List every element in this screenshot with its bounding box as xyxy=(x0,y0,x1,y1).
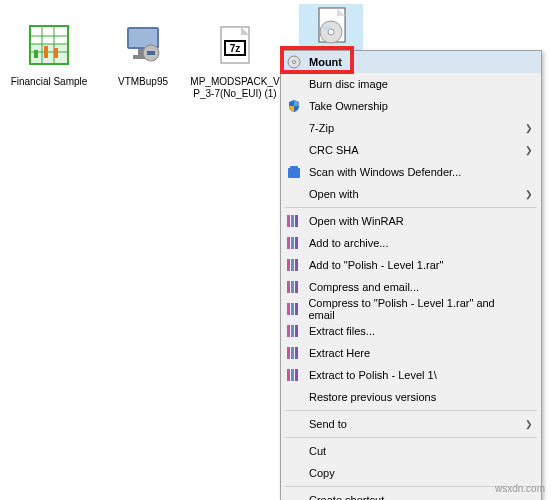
exe-icon xyxy=(116,18,170,72)
menu-label: Extract files... xyxy=(309,325,375,337)
menu-label: Compress to "Polish - Level 1.rar" and e… xyxy=(308,297,517,321)
winrar-icon xyxy=(285,256,303,274)
desktop-area[interactable]: Financial Sample VTMBup95 7z MP_MODSPACK… xyxy=(0,0,551,500)
menu-label: CRC SHA xyxy=(309,144,359,156)
file-item-exe[interactable]: VTMBup95 xyxy=(98,18,188,88)
blank-icon xyxy=(285,388,303,406)
submenu-arrow-icon: ❯ xyxy=(525,189,533,199)
menu-take-ownership[interactable]: Take Ownership xyxy=(281,95,541,117)
watermark: wsxdn.com xyxy=(495,483,545,494)
winrar-icon xyxy=(285,322,303,340)
file-label: MP_MODSPACK_VP_3-7(No_EUI) (1) xyxy=(190,76,280,100)
menu-label: Open with WinRAR xyxy=(309,215,404,227)
menu-open-with[interactable]: Open with ❯ xyxy=(281,183,541,205)
menu-cut[interactable]: Cut xyxy=(281,440,541,462)
blank-icon xyxy=(285,491,303,500)
menu-label: Copy xyxy=(309,467,335,479)
menu-7zip[interactable]: 7-Zip ❯ xyxy=(281,117,541,139)
menu-label: Burn disc image xyxy=(309,78,388,90)
menu-add-polish[interactable]: Add to "Polish - Level 1.rar" xyxy=(281,254,541,276)
winrar-icon xyxy=(285,366,303,384)
menu-scan-defender[interactable]: Scan with Windows Defender... xyxy=(281,161,541,183)
menu-compress-email[interactable]: Compress and email... xyxy=(281,276,541,298)
menu-label: Add to "Polish - Level 1.rar" xyxy=(309,259,443,271)
menu-send-to[interactable]: Send to ❯ xyxy=(281,413,541,435)
menu-restore-versions[interactable]: Restore previous versions xyxy=(281,386,541,408)
menu-label: Extract Here xyxy=(309,347,370,359)
menu-label: Add to archive... xyxy=(309,237,389,249)
winrar-icon xyxy=(285,344,303,362)
7z-icon: 7z xyxy=(208,18,262,72)
svg-point-22 xyxy=(323,26,331,30)
menu-add-archive[interactable]: Add to archive... xyxy=(281,232,541,254)
menu-label: Take Ownership xyxy=(309,100,388,112)
context-menu: Mount Burn disc image Take Ownership 7-Z… xyxy=(280,50,542,500)
svg-point-21 xyxy=(328,29,334,35)
svg-rect-9 xyxy=(54,48,58,58)
highlight-annotation xyxy=(280,46,354,74)
menu-label: Extract to Polish - Level 1\ xyxy=(309,369,437,381)
blank-icon xyxy=(285,185,303,203)
menu-crc-sha[interactable]: CRC SHA ❯ xyxy=(281,139,541,161)
menu-label: 7-Zip xyxy=(309,122,334,134)
svg-rect-11 xyxy=(129,29,157,47)
menu-label: Open with xyxy=(309,188,359,200)
file-label: Financial Sample xyxy=(4,76,94,88)
menu-copy[interactable]: Copy xyxy=(281,462,541,484)
menu-open-winrar[interactable]: Open with WinRAR xyxy=(281,210,541,232)
winrar-icon xyxy=(285,300,302,318)
menu-label: Scan with Windows Defender... xyxy=(309,166,461,178)
submenu-arrow-icon: ❯ xyxy=(525,419,533,429)
svg-text:7z: 7z xyxy=(230,43,241,54)
menu-burn[interactable]: Burn disc image xyxy=(281,73,541,95)
blank-icon xyxy=(285,464,303,482)
blank-icon xyxy=(285,415,303,433)
svg-rect-26 xyxy=(290,166,298,170)
disc-image-icon xyxy=(299,4,363,52)
submenu-arrow-icon: ❯ xyxy=(525,123,533,133)
menu-separator xyxy=(285,207,537,208)
svg-rect-15 xyxy=(147,51,155,55)
file-item-excel[interactable]: Financial Sample xyxy=(4,18,94,88)
menu-extract-polish[interactable]: Extract to Polish - Level 1\ xyxy=(281,364,541,386)
excel-icon xyxy=(22,18,76,72)
blank-icon xyxy=(285,141,303,159)
menu-extract-files[interactable]: Extract files... xyxy=(281,320,541,342)
menu-label: Create shortcut xyxy=(309,494,384,500)
winrar-icon xyxy=(285,278,303,296)
menu-label: Cut xyxy=(309,445,326,457)
winrar-icon xyxy=(285,212,303,230)
menu-separator xyxy=(285,437,537,438)
menu-separator xyxy=(285,410,537,411)
blank-icon xyxy=(285,75,303,93)
shield-icon xyxy=(285,97,303,115)
blank-icon xyxy=(285,119,303,137)
file-label: VTMBup95 xyxy=(98,76,188,88)
menu-compress-polish-email[interactable]: Compress to "Polish - Level 1.rar" and e… xyxy=(281,298,541,320)
winrar-icon xyxy=(285,234,303,252)
defender-icon xyxy=(285,163,303,181)
file-item-7z[interactable]: 7z MP_MODSPACK_VP_3-7(No_EUI) (1) xyxy=(190,18,280,100)
menu-label: Restore previous versions xyxy=(309,391,436,403)
blank-icon xyxy=(285,442,303,460)
menu-label: Compress and email... xyxy=(309,281,419,293)
menu-extract-here[interactable]: Extract Here xyxy=(281,342,541,364)
svg-rect-8 xyxy=(44,46,48,58)
menu-label: Send to xyxy=(309,418,347,430)
submenu-arrow-icon: ❯ xyxy=(525,145,533,155)
svg-rect-7 xyxy=(34,50,38,58)
